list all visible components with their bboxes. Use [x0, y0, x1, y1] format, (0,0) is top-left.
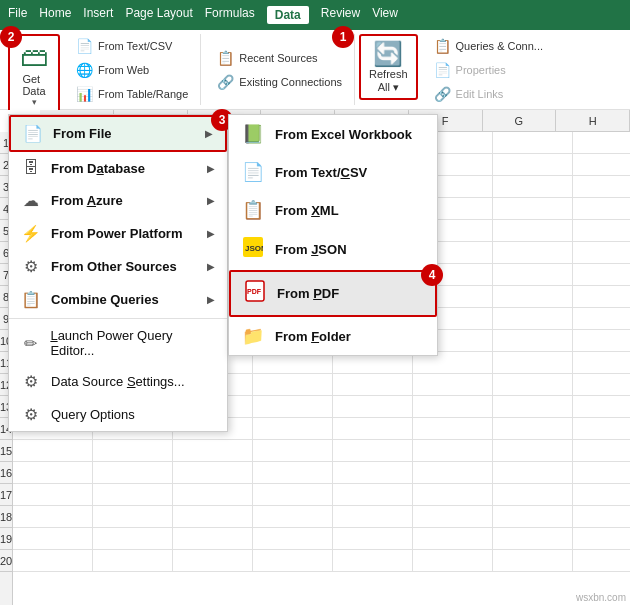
menu-insert[interactable]: Insert [83, 6, 113, 24]
from-table-ribbon[interactable]: 📊 From Table/Range [72, 84, 192, 104]
cell-r20-c5[interactable] [333, 550, 413, 572]
cell-r19-c5[interactable] [333, 528, 413, 550]
cell-r18-c8[interactable] [573, 506, 630, 528]
cell-r3-c8[interactable] [573, 176, 630, 198]
cell-r6-c7[interactable] [493, 242, 573, 264]
cell-r15-c5[interactable] [333, 440, 413, 462]
cell-r12-c6[interactable] [413, 374, 493, 396]
recent-sources-ribbon[interactable]: 📋 Recent Sources [213, 48, 346, 68]
cell-r14-c6[interactable] [413, 418, 493, 440]
cell-r3-c7[interactable] [493, 176, 573, 198]
cell-r5-c8[interactable] [573, 220, 630, 242]
cell-r18-c2[interactable] [93, 506, 173, 528]
cell-r14-c8[interactable] [573, 418, 630, 440]
menu-item-query-options[interactable]: ⚙ Query Options [9, 398, 227, 431]
menu-item-data-source-settings[interactable]: ⚙ Data Source Settings... [9, 365, 227, 398]
cell-r17-c1[interactable] [13, 484, 93, 506]
cell-r19-c2[interactable] [93, 528, 173, 550]
menu-home[interactable]: Home [39, 6, 71, 24]
cell-r13-c8[interactable] [573, 396, 630, 418]
cell-r8-c8[interactable] [573, 286, 630, 308]
cell-r15-c4[interactable] [253, 440, 333, 462]
cell-r14-c4[interactable] [253, 418, 333, 440]
cell-r12-c8[interactable] [573, 374, 630, 396]
menu-item-launch-power-query[interactable]: ✏ Launch Power Query Editor... [9, 321, 227, 365]
submenu-item-from-excel[interactable]: 📗 From Excel Workbook [229, 115, 437, 153]
menu-data[interactable]: Data [267, 6, 309, 24]
cell-r15-c8[interactable] [573, 440, 630, 462]
cell-r12-c7[interactable] [493, 374, 573, 396]
cell-r11-c7[interactable] [493, 352, 573, 374]
cell-r18-c3[interactable] [173, 506, 253, 528]
cell-r19-c3[interactable] [173, 528, 253, 550]
cell-r7-c7[interactable] [493, 264, 573, 286]
cell-r14-c7[interactable] [493, 418, 573, 440]
cell-r1-c8[interactable] [573, 132, 630, 154]
cell-r16-c1[interactable] [13, 462, 93, 484]
cell-r15-c7[interactable] [493, 440, 573, 462]
menu-item-combine-queries[interactable]: 📋 Combine Queries ▶ [9, 283, 227, 316]
cell-r17-c7[interactable] [493, 484, 573, 506]
cell-r4-c7[interactable] [493, 198, 573, 220]
cell-r17-c5[interactable] [333, 484, 413, 506]
cell-r5-c7[interactable] [493, 220, 573, 242]
cell-r10-c8[interactable] [573, 330, 630, 352]
cell-r20-c2[interactable] [93, 550, 173, 572]
cell-r17-c2[interactable] [93, 484, 173, 506]
menu-bar[interactable]: File Home Insert Page Layout Formulas Da… [8, 6, 398, 24]
cell-r18-c1[interactable] [13, 506, 93, 528]
cell-r20-c7[interactable] [493, 550, 573, 572]
cell-r2-c7[interactable] [493, 154, 573, 176]
cell-r19-c7[interactable] [493, 528, 573, 550]
queries-connections-ribbon[interactable]: 📋 Queries & Conn... [430, 36, 547, 56]
cell-r2-c8[interactable] [573, 154, 630, 176]
menu-file[interactable]: File [8, 6, 27, 24]
cell-r17-c6[interactable] [413, 484, 493, 506]
from-text-csv-ribbon[interactable]: 📄 From Text/CSV [72, 36, 192, 56]
menu-view[interactable]: View [372, 6, 398, 24]
cell-r18-c5[interactable] [333, 506, 413, 528]
cell-r13-c6[interactable] [413, 396, 493, 418]
cell-r20-c6[interactable] [413, 550, 493, 572]
cell-r20-c4[interactable] [253, 550, 333, 572]
cell-r16-c5[interactable] [333, 462, 413, 484]
submenu-item-from-folder[interactable]: 📁 From Folder [229, 317, 437, 355]
cell-r15-c3[interactable] [173, 440, 253, 462]
cell-r9-c7[interactable] [493, 308, 573, 330]
cell-r20-c3[interactable] [173, 550, 253, 572]
cell-r19-c6[interactable] [413, 528, 493, 550]
submenu-item-from-json[interactable]: JSON From JSON [229, 229, 437, 270]
edit-links-ribbon[interactable]: 🔗 Edit Links [430, 84, 547, 104]
cell-r16-c7[interactable] [493, 462, 573, 484]
menu-item-from-database[interactable]: 🗄 From Database ▶ [9, 152, 227, 184]
cell-r18-c6[interactable] [413, 506, 493, 528]
cell-r9-c8[interactable] [573, 308, 630, 330]
cell-r12-c4[interactable] [253, 374, 333, 396]
cell-r4-c8[interactable] [573, 198, 630, 220]
cell-r18-c7[interactable] [493, 506, 573, 528]
cell-r13-c7[interactable] [493, 396, 573, 418]
cell-r16-c4[interactable] [253, 462, 333, 484]
cell-r17-c4[interactable] [253, 484, 333, 506]
cell-r7-c8[interactable] [573, 264, 630, 286]
cell-r16-c8[interactable] [573, 462, 630, 484]
cell-r19-c4[interactable] [253, 528, 333, 550]
cell-r10-c7[interactable] [493, 330, 573, 352]
submenu-item-from-text-csv[interactable]: 📄 From Text/CSV [229, 153, 437, 191]
cell-r8-c7[interactable] [493, 286, 573, 308]
menu-item-from-azure[interactable]: ☁ From Azure ▶ [9, 184, 227, 217]
properties-ribbon[interactable]: 📄 Properties [430, 60, 547, 80]
cell-r16-c6[interactable] [413, 462, 493, 484]
cell-r19-c8[interactable] [573, 528, 630, 550]
refresh-all-button[interactable]: 🔄 RefreshAll ▾ [359, 34, 418, 100]
menu-item-from-file[interactable]: 📄 From File ▶ 3 [9, 115, 227, 152]
cell-r19-c1[interactable] [13, 528, 93, 550]
cell-r16-c3[interactable] [173, 462, 253, 484]
from-web-ribbon[interactable]: 🌐 From Web [72, 60, 192, 80]
menu-formulas[interactable]: Formulas [205, 6, 255, 24]
cell-r15-c2[interactable] [93, 440, 173, 462]
cell-r13-c4[interactable] [253, 396, 333, 418]
cell-r20-c1[interactable] [13, 550, 93, 572]
submenu-item-from-pdf[interactable]: PDF From PDF 4 [229, 270, 437, 317]
cell-r18-c4[interactable] [253, 506, 333, 528]
